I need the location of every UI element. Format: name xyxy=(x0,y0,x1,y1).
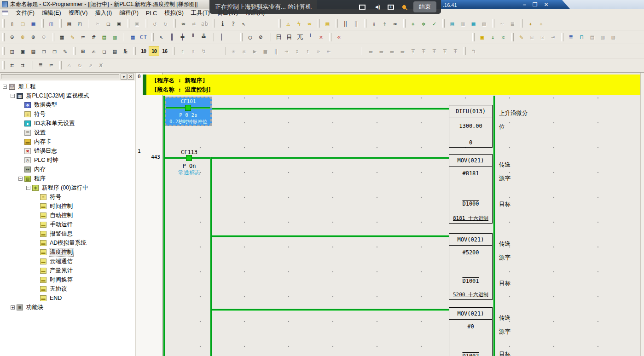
delete-line-button[interactable]: ✕ xyxy=(316,32,326,42)
edit-symbol-button[interactable]: ✎ xyxy=(516,32,527,42)
workspace-dropdown-icon[interactable]: ▾ xyxy=(121,74,127,80)
tree-item-label[interactable]: 内存 xyxy=(33,166,46,173)
context-help-button[interactable]: ↖ xyxy=(238,18,249,29)
end-session-button[interactable]: 结束 xyxy=(413,1,436,12)
tree-item-label[interactable]: 新PLC1[CJ2M] 监视模式 xyxy=(25,92,90,100)
tree-item-label[interactable]: 时间换算 xyxy=(49,276,74,284)
monitor-signed-decimal-button[interactable]: 10 xyxy=(149,46,159,56)
tree-item-label[interactable]: 程序 xyxy=(33,175,46,183)
properties-window-button[interactable]: ✎ xyxy=(60,46,70,56)
differential-monitor-button[interactable]: ⊓ xyxy=(576,32,587,42)
menu-file[interactable]: 文件(F) xyxy=(12,9,38,17)
monitor-all-button[interactable]: ∞ xyxy=(304,18,315,29)
online-edit-rung-button[interactable]: ▣ xyxy=(477,32,487,42)
tree-item-程序[interactable]: −▤程序 xyxy=(0,174,135,183)
tree-item-PLC 时钟[interactable]: ◷PLC 时钟 xyxy=(0,155,135,165)
tree-item-新PLC1[CJ2M] 监视模式[interactable]: −▦新PLC1[CJ2M] 监视模式 xyxy=(0,91,135,100)
ct-view-button[interactable]: CT xyxy=(138,32,149,42)
tree-item-报警信息[interactable]: ▬报警信息 xyxy=(0,229,135,238)
paste-button[interactable]: ▣ xyxy=(114,18,124,29)
page-preview-button[interactable]: ◫ xyxy=(46,18,57,29)
tree-item-label[interactable]: 错误日志 xyxy=(33,147,58,155)
print-preview-button[interactable]: ◰ xyxy=(75,18,85,29)
outdent-rung-button[interactable]: ⇉ xyxy=(17,60,28,70)
tree-item-内存卡[interactable]: ▬内存卡 xyxy=(0,137,135,146)
mov-instruction-block[interactable]: MOV(021) #8181 D1000 8181 十六进制 xyxy=(449,154,493,224)
pause-monitoring-button[interactable]: ‖ xyxy=(340,18,351,29)
tree-item-时间控制[interactable]: ▬时间控制 xyxy=(0,201,135,211)
help-button[interactable]: ? xyxy=(228,18,238,29)
close-button[interactable]: ✕ xyxy=(544,1,548,8)
contact-no-button[interactable]: ╫ xyxy=(167,32,177,42)
comment-list-button[interactable]: ✍ xyxy=(88,46,99,56)
windows-plus-icon[interactable]: + xyxy=(388,5,394,10)
fullscreen-icon[interactable] xyxy=(359,5,366,10)
mov-instruction-block[interactable]: MOV(021) #5200 D1001 5200 十六进制 xyxy=(449,233,493,300)
function-block-box-button[interactable]: 目 xyxy=(284,32,295,42)
run-mode-button[interactable]: ▤ xyxy=(322,18,333,29)
restore-button[interactable]: ❐ xyxy=(533,1,538,8)
tree-item-云端通信[interactable]: ▬云端通信 xyxy=(0,257,135,266)
ladder-vertical-scrollbar[interactable] xyxy=(640,73,644,356)
collapse-icon[interactable]: − xyxy=(26,186,30,190)
minimize-button[interactable]: – xyxy=(523,1,526,8)
monitor-mode-button[interactable]: ϟ xyxy=(294,18,304,29)
tree-item-新程序 (00)运行中[interactable]: −❋新程序 (00)运行中 xyxy=(0,183,135,192)
find-button[interactable]: ∞ xyxy=(178,18,189,29)
statement-list-button[interactable]: ≔ xyxy=(78,32,88,42)
local-symbol-table-button[interactable]: ▤ xyxy=(110,46,120,56)
tree-item-label[interactable]: 无协议 xyxy=(49,285,68,293)
tree-item-label[interactable]: PLC 时钟 xyxy=(33,156,59,164)
tree-item-产量累计[interactable]: ▬产量累计 xyxy=(0,266,135,275)
open-file-button[interactable]: ❒ xyxy=(17,18,28,29)
section-manager-button[interactable]: ❏ xyxy=(99,46,110,56)
horizontal-line-button[interactable]: ─ xyxy=(227,32,238,42)
tree-item-label[interactable]: 产量累计 xyxy=(49,267,74,275)
contact-cf113[interactable] xyxy=(186,155,192,161)
tree-item-label[interactable]: 设置 xyxy=(33,129,46,137)
save-file-button[interactable]: ▦ xyxy=(28,18,39,29)
tree-item-label[interactable]: 手动运行 xyxy=(49,221,74,229)
tree-item-label[interactable]: 时间控制 xyxy=(49,202,74,210)
tree-item-label[interactable]: 报警信息 xyxy=(49,230,74,238)
closed-coil-button[interactable]: ⊘ xyxy=(255,32,266,42)
ladder-view-button[interactable]: ▤ xyxy=(99,32,110,42)
set-password-button[interactable]: ✦ xyxy=(525,18,536,29)
program-check-button[interactable]: ✓ xyxy=(429,18,440,29)
collapse-toolbar-button[interactable]: « xyxy=(334,32,344,42)
show-grid-button[interactable]: ▦ xyxy=(57,32,67,42)
mov-instruction-block[interactable]: MOV(021) #0 D1002 xyxy=(449,307,493,356)
contact-nc-button[interactable]: ╪ xyxy=(177,32,188,42)
compile-program-button[interactable]: ✳ xyxy=(408,18,418,29)
work-online-button[interactable]: ⚠ xyxy=(283,18,294,29)
collapse-icon[interactable]: − xyxy=(11,94,15,98)
tree-item-label[interactable]: 云端通信 xyxy=(49,258,74,265)
difu-instruction-block[interactable]: DIFU(013) 1300.00 0 xyxy=(449,105,493,148)
mnemonics-view-button[interactable]: ▥ xyxy=(110,32,120,42)
differential-instruction-button[interactable]: 兀 xyxy=(295,32,305,42)
volume-icon[interactable]: ◄) xyxy=(374,4,379,10)
send-changes-button[interactable]: ⇓ xyxy=(487,32,498,42)
statement-view-button[interactable]: ≔ xyxy=(46,60,57,70)
about-button[interactable]: ℹ xyxy=(217,18,228,29)
monitor-decimal-button[interactable]: 10 xyxy=(138,46,149,56)
tree-item-label[interactable]: 功能块 xyxy=(25,304,45,311)
instruction-box-button[interactable]: 日 xyxy=(273,32,284,42)
plc-memory-button[interactable]: ▦ xyxy=(468,18,479,29)
tree-item-label[interactable]: 符号 xyxy=(33,110,46,118)
tree-item-label[interactable]: 新工程 xyxy=(17,83,37,91)
toggle-cross-reference-button[interactable]: ❐ xyxy=(39,46,49,56)
tree-item-IO表和单元设置[interactable]: ∎IO表和单元设置 xyxy=(0,119,135,128)
collapse-icon[interactable]: − xyxy=(18,177,23,181)
pin-icon[interactable] xyxy=(402,5,406,9)
tree-item-label[interactable]: END xyxy=(49,295,63,301)
update-online-edit-button[interactable]: ✲ xyxy=(498,32,509,42)
zoom-fit-button[interactable]: ⊕ xyxy=(17,32,28,42)
transfer-from-plc-button[interactable]: ⇑ xyxy=(379,18,390,29)
comment-view-button[interactable]: ≣ xyxy=(35,60,46,70)
print-button[interactable]: ▤ xyxy=(64,18,75,29)
contact-or-no-button[interactable]: ╨ xyxy=(188,32,198,42)
copy-button[interactable]: ❏ xyxy=(103,18,114,29)
tree-item-label[interactable]: 温度控制 xyxy=(49,248,74,257)
show-rung-numbers-button[interactable]: № xyxy=(120,46,131,56)
